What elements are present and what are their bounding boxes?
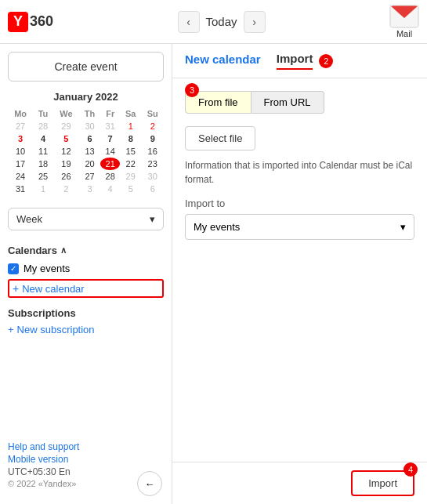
table-row[interactable]: 9 bbox=[141, 132, 164, 145]
mail-label: Mail bbox=[396, 29, 412, 38]
calendars-section: Calendars ∧ ✓ My events + New calendar bbox=[0, 240, 172, 303]
main-layout: Create event January 2022 Mo Tu We Th Fr… bbox=[0, 44, 427, 504]
file-url-tabs-wrapper: 3 From file From URL bbox=[185, 91, 414, 114]
nav-next-button[interactable]: › bbox=[244, 11, 266, 33]
table-row[interactable]: 10 bbox=[8, 145, 33, 158]
table-row[interactable]: 30 bbox=[79, 120, 100, 132]
mail-icon[interactable]: Mail bbox=[389, 5, 419, 38]
nav-center: ‹ Today › bbox=[61, 11, 382, 33]
new-calendar-label: New calendar bbox=[22, 283, 85, 295]
select-file-button[interactable]: Select file bbox=[185, 126, 255, 150]
table-row[interactable]: 12 bbox=[53, 145, 79, 158]
cal-header-tu: Tu bbox=[33, 107, 53, 120]
table-row[interactable]: 7 bbox=[100, 132, 120, 145]
new-calendar-button[interactable]: + New calendar bbox=[8, 279, 164, 298]
import-to-value: My events bbox=[194, 221, 240, 233]
import-btn-wrapper: 4 Import bbox=[351, 470, 414, 496]
table-row[interactable]: 17 bbox=[8, 158, 33, 170]
create-event-button[interactable]: Create event bbox=[8, 52, 164, 82]
table-row[interactable]: 3 bbox=[79, 183, 100, 195]
calendars-label: Calendars bbox=[8, 245, 57, 256]
logo: Y 360 bbox=[8, 12, 53, 32]
table-row[interactable]: 24 bbox=[8, 170, 33, 183]
import-to-select[interactable]: My events ▾ bbox=[185, 214, 414, 240]
chevron-down-icon: ▾ bbox=[150, 213, 155, 225]
table-row[interactable]: 8 bbox=[120, 132, 141, 145]
table-row[interactable]: 3 bbox=[8, 132, 33, 145]
cal-header-mo: Mo bbox=[8, 107, 33, 120]
plus-icon: + bbox=[8, 324, 14, 335]
new-subscription-button[interactable]: + New subscription bbox=[8, 324, 164, 335]
mail-envelope-icon bbox=[389, 5, 419, 28]
app-header: Y 360 ‹ Today › Mail bbox=[0, 0, 427, 44]
table-row[interactable]: 22 bbox=[120, 158, 141, 170]
import-to-label: Import to bbox=[185, 198, 414, 209]
table-row[interactable]: 28 bbox=[100, 170, 120, 183]
table-row[interactable]: 5 bbox=[53, 132, 79, 145]
table-row[interactable]: 6 bbox=[79, 132, 100, 145]
nav-prev-button[interactable]: ‹ bbox=[178, 11, 200, 33]
right-bottom-bar: 4 Import bbox=[172, 462, 427, 504]
table-row[interactable]: 30 bbox=[141, 170, 164, 183]
tab-import[interactable]: Import bbox=[277, 52, 313, 70]
table-row[interactable]: 31 bbox=[100, 120, 120, 132]
import-tab-wrapper: Import 2 bbox=[277, 52, 334, 70]
table-row[interactable]: 4 bbox=[33, 132, 53, 145]
week-label: Week bbox=[16, 213, 42, 225]
badge-3: 3 bbox=[185, 83, 199, 97]
import-tabs: From file From URL bbox=[185, 91, 414, 114]
table-row[interactable]: 26 bbox=[53, 170, 79, 183]
table-row[interactable]: 19 bbox=[53, 158, 79, 170]
table-row[interactable]: 14 bbox=[100, 145, 120, 158]
badge-4: 4 bbox=[403, 462, 418, 477]
tab-new-calendar[interactable]: New calendar bbox=[185, 53, 261, 69]
mobile-version-link[interactable]: Mobile version bbox=[8, 454, 164, 465]
table-row[interactable]: 6 bbox=[141, 183, 164, 195]
badge-2: 2 bbox=[319, 54, 333, 68]
table-row[interactable]: 23 bbox=[141, 158, 164, 170]
new-subscription-label: New subscription bbox=[17, 324, 95, 335]
table-row[interactable]: 1 bbox=[120, 120, 141, 132]
cal-header-th: Th bbox=[79, 107, 100, 120]
cal-header-we: We bbox=[53, 107, 79, 120]
table-row[interactable]: 28 bbox=[33, 120, 53, 132]
subscriptions-section: Subscriptions + New subscription bbox=[0, 303, 172, 343]
table-row[interactable]: 5 bbox=[120, 183, 141, 195]
sidebar: Create event January 2022 Mo Tu We Th Fr… bbox=[0, 44, 172, 504]
table-row[interactable]: 31 bbox=[8, 183, 33, 195]
right-panel: New calendar Import 2 3 From file From U… bbox=[172, 44, 427, 504]
calendars-toggle[interactable]: ∧ bbox=[60, 245, 67, 256]
table-row[interactable]: 29 bbox=[53, 120, 79, 132]
back-arrow-icon: ← bbox=[145, 478, 155, 490]
table-row[interactable]: 25 bbox=[33, 170, 53, 183]
table-row[interactable]: 1 bbox=[33, 183, 53, 195]
table-row[interactable]: 2 bbox=[141, 120, 164, 132]
back-arrow-container: ← bbox=[137, 471, 162, 496]
plus-icon: + bbox=[13, 282, 19, 295]
right-content: 3 From file From URL Select file Informa… bbox=[172, 78, 427, 462]
table-row[interactable]: 16 bbox=[141, 145, 164, 158]
table-row[interactable]: 29 bbox=[120, 170, 141, 183]
subscriptions-header: Subscriptions bbox=[8, 307, 164, 319]
table-row[interactable]: 11 bbox=[33, 145, 53, 158]
week-selector[interactable]: Week ▾ bbox=[8, 208, 164, 230]
table-row[interactable]: 2 bbox=[53, 183, 79, 195]
from-url-tab[interactable]: From URL bbox=[251, 91, 324, 114]
table-row[interactable]: 27 bbox=[8, 120, 33, 132]
check-icon: ✓ bbox=[10, 264, 16, 273]
table-row-today[interactable]: 21 bbox=[100, 158, 120, 170]
table-row[interactable]: 4 bbox=[100, 183, 120, 195]
my-events-checkbox[interactable]: ✓ bbox=[8, 263, 19, 274]
cal-header-su: Su bbox=[141, 107, 164, 120]
calendars-header: Calendars ∧ bbox=[8, 245, 164, 256]
info-text: Information that is imported into Calend… bbox=[185, 158, 414, 187]
help-support-link[interactable]: Help and support bbox=[8, 441, 164, 452]
table-row[interactable]: 15 bbox=[120, 145, 141, 158]
table-row[interactable]: 18 bbox=[33, 158, 53, 170]
table-row[interactable]: 13 bbox=[79, 145, 100, 158]
calendar-month-label: January 2022 bbox=[8, 91, 164, 103]
back-button[interactable]: ← bbox=[137, 471, 162, 496]
table-row[interactable]: 27 bbox=[79, 170, 100, 183]
right-header: New calendar Import 2 bbox=[172, 44, 427, 78]
table-row[interactable]: 20 bbox=[79, 158, 100, 170]
